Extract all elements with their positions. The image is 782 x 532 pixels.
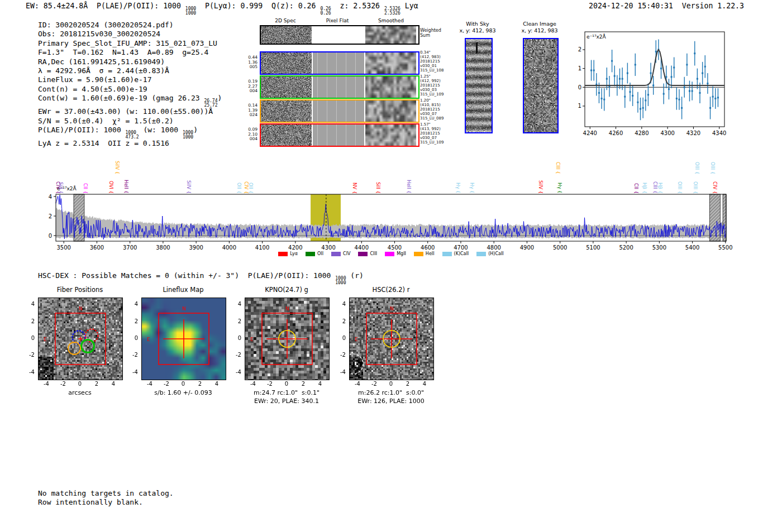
x-tick-label: 4500 [388, 245, 402, 251]
fiber-row-left-label: 0.14 1.39 024 [244, 103, 258, 118]
legend-swatch [331, 252, 341, 256]
emission-line-label: Hβ { [657, 183, 663, 194]
data-point [684, 87, 685, 88]
fraction-bottom: 1000 [185, 11, 196, 16]
pixel-flat-image [313, 124, 364, 146]
legend-item: (H)CaII [476, 251, 503, 256]
x-tick-label: 5500 [718, 245, 732, 251]
x-tick-label: 5200 [619, 245, 633, 251]
data-point [697, 78, 698, 80]
stacked-fraction: 10001000 [335, 276, 346, 285]
fraction-bottom: 2.5326 [384, 11, 400, 16]
spec2d-noise-image [261, 26, 312, 44]
panel-x-tick-label: -2 [264, 381, 275, 387]
panel-y-tick-label: -2 [23, 352, 35, 358]
stacked-fraction: 1000473.2 [126, 131, 139, 139]
report-timestamp: 2024-12-20 15:40:31 [589, 2, 673, 10]
info-line-3: Primary Spec_Slot_IFU_AMP: 315_021_073_L… [38, 39, 222, 48]
compass-e-label: E [250, 337, 254, 342]
clean-image-image [524, 39, 557, 132]
spec2d-noise-image [261, 76, 312, 98]
x-tick-label: 4700 [454, 245, 468, 251]
info-line-9: Cont(w) = 1.60(±0.69)e-19 (gmag 26.23 26… [38, 94, 222, 107]
emission-line-label: OII { [236, 183, 242, 194]
x-tick-label: 4280 [635, 130, 649, 136]
panel-y-tick-label: -4 [230, 369, 241, 375]
data-point [640, 108, 641, 110]
panel-x-tick-label: 0 [385, 381, 397, 387]
pixel-flat-image [313, 26, 364, 44]
data-point [642, 107, 644, 109]
panel-title: Lineflux Map [130, 286, 236, 294]
info-line-13: LyA z = 2.5314 OII z = 0.1516 [38, 139, 222, 148]
text-segment: RA,Dec (161.991425,51.619049) [38, 57, 165, 66]
emission-line-label: SiII { [375, 182, 381, 194]
report-version: Version 1.22.3 [682, 2, 744, 10]
fraction-bottom: 473.2 [126, 135, 139, 140]
smoothed-image [365, 76, 416, 98]
panel-image-frame: NE [38, 298, 123, 380]
legend-item: OII [306, 251, 323, 256]
data-point [681, 107, 683, 109]
plot-frame [585, 32, 724, 127]
legend-swatch [476, 252, 486, 256]
info-line-7: LineFlux = 5.90(±1.60)e-17 [38, 75, 222, 84]
data-point [622, 78, 623, 80]
stacked-fraction: 10001000 [183, 131, 193, 139]
x-tick-label: 5400 [685, 245, 699, 251]
text-segment: S/N = 5.0(±0.4) χ² = 1.5(±0.2) [38, 117, 174, 125]
header-spacer [673, 2, 682, 10]
info-line-2: Obs: 20181215v030_3002020524 [38, 30, 222, 39]
fiber-circle-green [82, 340, 94, 353]
emission-line-label: OIII { [694, 162, 700, 174]
data-point [627, 73, 628, 74]
panel-y-tick-label: 0 [335, 335, 346, 341]
info-line-10: EWr = 37.00(±43.00) (w: 110.00(±55.00))Å [38, 107, 222, 116]
x-tick-label: 4340 [712, 130, 726, 136]
x-tick-label: 5300 [652, 245, 666, 251]
text-segment: Obs: 20181215v030_3002020524 [38, 30, 160, 38]
legend-label: CIII [370, 251, 377, 256]
panel-y-tick-label: 2 [23, 318, 35, 324]
legend-label: CIV [343, 251, 350, 256]
smoothed-image [365, 100, 416, 122]
data-point [598, 92, 600, 94]
unit-label: e⁻¹⁷x2Å [586, 33, 607, 40]
elixer-detection-report: EW: 85.4±24.8Å P(LAE)/P(OII): 1000 10001… [0, 0, 782, 532]
x-tick-label: 4300 [660, 130, 674, 136]
spectrum-legend: LyαOIICIVCIIIMgIIHeII(K)CaII(H)CaII [56, 251, 726, 256]
x-tick-label: 4400 [355, 245, 369, 251]
x-tick-label: 4600 [421, 245, 435, 251]
compass-e-label: E [355, 337, 358, 342]
legend-swatch [278, 252, 288, 256]
legend-label: Lyα [290, 251, 298, 256]
emission-line-label: Hγ { [557, 183, 562, 194]
text-segment: Lyα [400, 2, 418, 10]
panel-x-tick-label: -4 [247, 381, 259, 387]
info-line-4: F=1.3" T=0.162 N=1.43 A=0.89 g=25.4 [38, 48, 222, 57]
panel-y-tick-label: 4 [230, 301, 241, 307]
emission-line-label: CII { [633, 183, 639, 194]
panel-x-tick-label: -4 [144, 381, 155, 387]
with-sky-frame [465, 38, 493, 133]
emission-line-label: SiIV { [538, 180, 543, 194]
spec2d-row-strip [260, 75, 419, 99]
y-tick-label: -1 [578, 103, 581, 109]
text-segment: z: 2.5326 [331, 2, 384, 10]
header-summary: EW: 85.4±24.8Å P(LAE)/P(OII): 1000 10001… [26, 2, 418, 15]
text-segment: (w: 1000 [139, 126, 183, 134]
text-segment: EWr = 37.00(±43.00) (w: 110.00(±55.00))Å [38, 107, 213, 116]
panel-caption-2: EWr: 20, PLAE: 340.1 [228, 397, 345, 405]
stacked-fraction: 10001000 [185, 7, 196, 15]
text-segment: Primary Spec_Slot_IFU_AMP: 315_021_073_L… [38, 39, 217, 47]
legend-item: HeII [414, 251, 435, 256]
fiber-row-left-label: 0.19 2.27 004 [244, 79, 258, 94]
info-line-8: Cont(n) = 4.50(±5.00)e-19 [38, 85, 222, 94]
y-tick-label: 0 [578, 84, 581, 90]
panel-xlabel: arcsecs [21, 389, 139, 396]
pixel-flat-image [313, 52, 364, 74]
data-point [692, 90, 693, 92]
panel-x-tick-label: 4 [108, 381, 119, 387]
spec2d-row-strip [260, 123, 419, 147]
panel-y-tick-label: 4 [335, 301, 346, 307]
